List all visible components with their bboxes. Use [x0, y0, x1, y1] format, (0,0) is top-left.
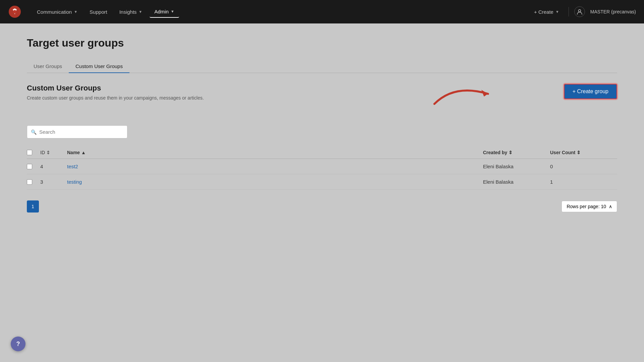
- chevron-up-icon: ∧: [609, 204, 612, 209]
- main-content: Target user groups User Groups Custom Us…: [0, 23, 644, 362]
- svg-point-2: [578, 10, 581, 12]
- header-name[interactable]: Name ▲: [67, 150, 483, 155]
- row-1-name-link[interactable]: test2: [67, 164, 78, 169]
- table-header: ID ⇕ Name ▲ Created by ⇕ User Count ⇕: [27, 146, 617, 159]
- nav-item-admin[interactable]: Admin ▼: [150, 6, 179, 18]
- navbar: Communication ▼ Support Insights ▼ Admin…: [0, 0, 644, 23]
- nav-item-support[interactable]: Support: [85, 6, 112, 17]
- row-2-created-by: Eleni Balaska: [483, 179, 550, 185]
- chevron-down-icon: ▼: [74, 10, 77, 14]
- section-title: Custom User Groups: [27, 84, 204, 93]
- nav-divider: [569, 7, 569, 16]
- section-header: Custom User Groups Create custom user gr…: [27, 84, 617, 117]
- header-created-by[interactable]: Created by ⇕: [483, 150, 550, 155]
- table-row: 3 testing Eleni Balaska 1: [27, 174, 617, 190]
- row-2-name-link[interactable]: testing: [67, 179, 82, 185]
- row-1-name[interactable]: test2: [67, 164, 483, 169]
- workspace-label[interactable]: MASTER (precanvas): [590, 9, 636, 14]
- section-info: Custom User Groups Create custom user gr…: [27, 84, 204, 101]
- row-1-created-by: Eleni Balaska: [483, 164, 550, 169]
- search-icon: 🔍: [31, 129, 37, 135]
- row-checkbox-col: [27, 164, 40, 169]
- pagination: 1 Rows per page: 10 ∧: [27, 200, 617, 213]
- create-button[interactable]: + Create ▼: [530, 7, 563, 17]
- svg-marker-3: [481, 90, 488, 97]
- chevron-down-icon: ▼: [171, 9, 174, 13]
- rows-per-page-selector[interactable]: Rows per page: 10 ∧: [561, 201, 617, 212]
- annotation-arrow: [428, 77, 501, 111]
- select-all-checkbox[interactable]: [27, 150, 32, 155]
- app-logo[interactable]: [8, 5, 21, 18]
- nav-links: Communication ▼ Support Insights ▼ Admin…: [32, 6, 530, 18]
- page-title: Target user groups: [27, 37, 617, 49]
- search-input[interactable]: [27, 125, 127, 138]
- annotation-container: + Create group: [485, 84, 617, 117]
- row-2-checkbox[interactable]: [27, 179, 32, 185]
- header-id[interactable]: ID ⇕: [40, 150, 67, 155]
- row-checkbox-col: [27, 179, 40, 185]
- tab-custom-user-groups[interactable]: Custom User Groups: [69, 60, 129, 73]
- row-1-id: 4: [40, 164, 67, 169]
- nav-item-insights[interactable]: Insights ▼: [115, 6, 147, 17]
- row-1-user-count: 0: [550, 164, 617, 169]
- chevron-down-icon: ▼: [139, 10, 142, 14]
- chevron-down-icon: ▼: [555, 10, 559, 14]
- row-2-user-count: 1: [550, 179, 617, 185]
- tabs-container: User Groups Custom User Groups: [27, 60, 617, 73]
- svg-point-1: [13, 10, 16, 13]
- help-button[interactable]: ?: [11, 337, 25, 351]
- create-group-button[interactable]: + Create group: [564, 84, 617, 99]
- table-row: 4 test2 Eleni Balaska 0: [27, 159, 617, 174]
- header-checkbox-col: [27, 150, 40, 155]
- row-1-checkbox[interactable]: [27, 164, 32, 169]
- nav-item-communication[interactable]: Communication ▼: [32, 6, 82, 17]
- header-user-count[interactable]: User Count ⇕: [550, 150, 617, 155]
- search-container: 🔍: [27, 125, 617, 138]
- row-2-id: 3: [40, 179, 67, 185]
- search-input-wrapper: 🔍: [27, 125, 127, 138]
- page-1-button[interactable]: 1: [27, 200, 39, 213]
- nav-right: + Create ▼ MASTER (precanvas): [530, 6, 636, 17]
- row-2-name[interactable]: testing: [67, 179, 483, 185]
- section-subtitle: Create custom user groups and reuse them…: [27, 95, 204, 101]
- user-profile-icon[interactable]: [574, 6, 585, 17]
- table-container: ID ⇕ Name ▲ Created by ⇕ User Count ⇕ 4 …: [27, 146, 617, 190]
- tab-user-groups[interactable]: User Groups: [27, 60, 69, 73]
